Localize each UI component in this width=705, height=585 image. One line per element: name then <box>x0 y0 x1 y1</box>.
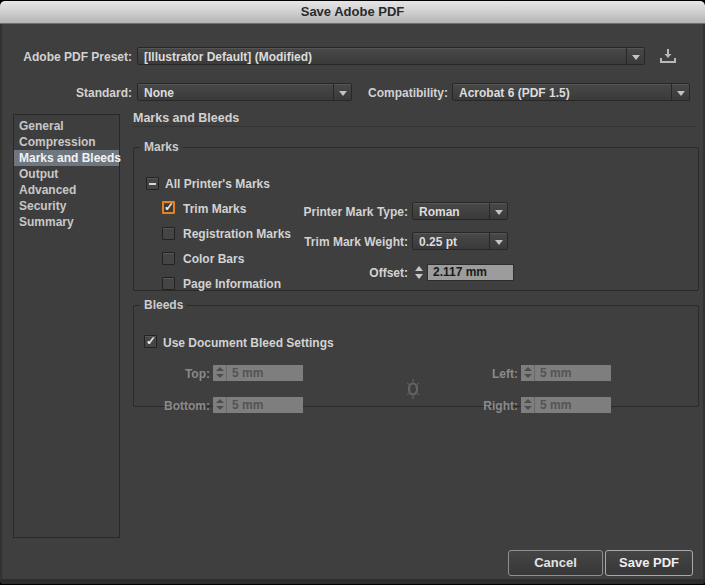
dialog-bottom-edge <box>0 579 705 584</box>
page-information-checkbox[interactable] <box>162 277 175 290</box>
marks-group: Marks All Printer's Marks Trim Marks Reg… <box>133 140 699 291</box>
preset-label: Adobe PDF Preset: <box>0 50 132 64</box>
preset-dropdown[interactable]: [Illustrator Default] (Modified) <box>137 47 645 65</box>
chevron-down-icon <box>632 55 640 60</box>
offset-stepper[interactable] <box>412 264 425 281</box>
sidebar-item-marks-and-bleeds[interactable]: Marks and Bleeds <box>14 150 119 166</box>
save-preset-button[interactable] <box>656 46 680 66</box>
up-down-stepper-icon <box>213 365 227 381</box>
sidebar-item-compression[interactable]: Compression <box>14 134 119 150</box>
registration-marks-label: Registration Marks <box>183 227 291 241</box>
use-document-bleed-checkbox[interactable] <box>144 335 157 348</box>
compatibility-value: Acrobat 6 (PDF 1.5) <box>459 85 667 101</box>
settings-category-list: General Compression Marks and Bleeds Out… <box>13 114 120 538</box>
stepper-down-icon[interactable] <box>415 274 423 279</box>
unlink-icon <box>404 378 422 400</box>
sidebar-item-output[interactable]: Output <box>14 166 119 182</box>
printer-mark-type-value: Roman <box>419 204 485 220</box>
bleed-left-label: Left: <box>442 367 518 381</box>
preset-value: [Illustrator Default] (Modified) <box>144 49 622 65</box>
color-bars-checkbox[interactable] <box>162 252 175 265</box>
cancel-button[interactable]: Cancel <box>508 550 603 576</box>
bleed-top-input: 5 mm <box>227 365 303 381</box>
dialog-title: Save Adobe PDF <box>301 4 405 19</box>
color-bars-label: Color Bars <box>183 252 244 266</box>
trim-marks-label: Trim Marks <box>183 202 246 216</box>
standard-label: Standard: <box>0 86 132 100</box>
page-information-label: Page Information <box>183 277 281 291</box>
up-down-stepper-icon <box>521 397 535 413</box>
download-preset-icon <box>656 46 680 66</box>
bleeds-legend: Bleeds <box>140 298 187 312</box>
bleed-top-label: Top: <box>134 367 210 381</box>
chevron-down-icon <box>339 91 347 96</box>
stepper-up-icon[interactable] <box>415 266 423 271</box>
use-document-bleed-label: Use Document Bleed Settings <box>163 336 334 350</box>
standard-value: None <box>144 85 329 101</box>
printer-mark-type-label: Printer Mark Type: <box>294 205 408 219</box>
bleed-left-input: 5 mm <box>535 365 611 381</box>
bleed-bottom-input: 5 mm <box>227 397 303 413</box>
printer-mark-type-dropdown[interactable]: Roman <box>412 202 508 220</box>
up-down-stepper-icon <box>213 397 227 413</box>
bleeds-group: Bleeds Use Document Bleed Settings Top: … <box>133 298 699 407</box>
compatibility-dropdown[interactable]: Acrobat 6 (PDF 1.5) <box>452 83 690 101</box>
registration-marks-checkbox[interactable] <box>162 227 175 240</box>
compatibility-label: Compatibility: <box>356 86 448 100</box>
sidebar-item-advanced[interactable]: Advanced <box>14 182 119 198</box>
chevron-down-icon <box>495 240 503 245</box>
trim-mark-weight-label: Trim Mark Weight: <box>294 235 408 249</box>
pane-heading: Marks and Bleeds <box>133 111 239 125</box>
heading-divider <box>133 126 697 127</box>
marks-legend: Marks <box>140 140 183 154</box>
chevron-down-icon <box>495 210 503 215</box>
save-adobe-pdf-dialog: Save Adobe PDF Adobe PDF Preset: [Illust… <box>0 1 705 584</box>
sidebar-item-summary[interactable]: Summary <box>14 214 119 230</box>
up-down-stepper-icon <box>521 365 535 381</box>
all-printers-marks-label: All Printer's Marks <box>165 177 270 191</box>
standard-dropdown[interactable]: None <box>137 83 352 101</box>
chevron-down-icon <box>677 91 685 96</box>
sidebar-item-general[interactable]: General <box>14 118 119 134</box>
bleed-right-input: 5 mm <box>535 397 611 413</box>
trim-mark-weight-value: 0.25 pt <box>419 234 485 250</box>
trim-mark-weight-dropdown[interactable]: 0.25 pt <box>412 232 508 250</box>
bleed-right-label: Right: <box>442 399 518 413</box>
save-pdf-button[interactable]: Save PDF <box>605 550 693 576</box>
all-printers-marks-checkbox[interactable] <box>146 177 159 190</box>
offset-input[interactable]: 2.117 mm <box>427 264 514 281</box>
sidebar-item-security[interactable]: Security <box>14 198 119 214</box>
offset-label: Offset: <box>294 266 408 280</box>
bleed-bottom-label: Bottom: <box>134 399 210 413</box>
trim-marks-checkbox[interactable] <box>162 201 175 214</box>
dialog-titlebar: Save Adobe PDF <box>0 1 705 24</box>
